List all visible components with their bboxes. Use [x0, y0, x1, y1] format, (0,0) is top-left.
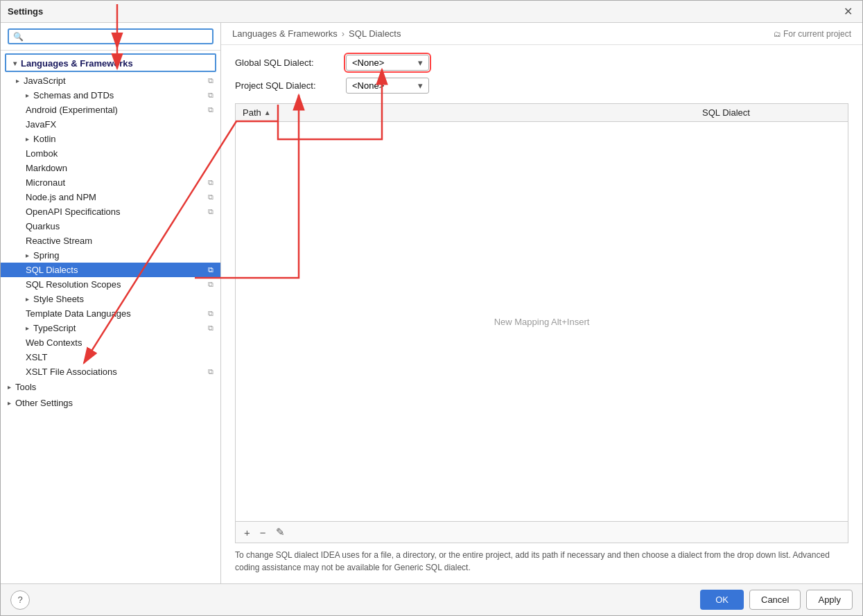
table-col-dialect: SQL Dialect — [702, 107, 841, 118]
sidebar-item-micronaut-label: Micronaut — [26, 177, 65, 188]
sidebar-item-sql-dialects-label: SQL Dialects — [26, 265, 78, 275]
tools-expand: ▸ — [8, 383, 11, 391]
global-sql-select[interactable]: <None> ▾ — [346, 55, 429, 71]
sidebar-section-header-label: Languages & Frameworks — [21, 58, 133, 69]
table-header: Path ▲ SQL Dialect — [236, 104, 848, 122]
help-button[interactable]: ? — [10, 590, 30, 610]
edit-mapping-button[interactable]: ✎ — [273, 525, 288, 539]
sidebar-item-web-contexts-label: Web Contexts — [26, 337, 82, 348]
sidebar-item-typescript-label: TypeScript — [33, 323, 76, 333]
info-text: To change SQL dialect IDEA uses for a fi… — [235, 543, 848, 574]
sidebar-item-openapi-label: OpenAPI Specifications — [26, 206, 121, 217]
table-col-path: Path ▲ — [243, 107, 702, 118]
project-sql-select[interactable]: <None> ▾ — [346, 78, 429, 94]
sidebar-item-sql-resolution[interactable]: SQL Resolution Scopes ⧉ — [1, 277, 220, 292]
copy-icon-nodejs: ⧉ — [208, 193, 213, 202]
for-project-label: For current project — [783, 29, 851, 39]
sidebar-item-micronaut[interactable]: Micronaut ⧉ — [1, 175, 220, 190]
ok-button[interactable]: OK — [700, 590, 744, 610]
for-project: 🗂 For current project — [774, 29, 851, 39]
project-sql-arrow: ▾ — [418, 80, 423, 91]
sidebar-item-javascript[interactable]: ▸ JavaScript ⧉ — [1, 73, 220, 88]
breadcrumb: Languages & Frameworks › SQL Dialects 🗂 … — [221, 23, 862, 45]
sidebar-item-kotlin-label: Kotlin — [33, 134, 56, 144]
copy-icon-typescript: ⧉ — [208, 324, 213, 333]
project-sql-value: <None> — [352, 80, 384, 91]
search-wrap: 🔍 — [8, 28, 213, 44]
main-content: Languages & Frameworks › SQL Dialects 🗂 … — [221, 23, 862, 583]
project-sql-label: Project SQL Dialect: — [235, 80, 339, 91]
kotlin-expand: ▸ — [26, 135, 29, 143]
sidebar-item-markdown[interactable]: Markdown — [1, 161, 220, 175]
copy-icon-sql-dialects: ⧉ — [208, 265, 213, 274]
copy-icon-schemas: ⧉ — [208, 91, 213, 100]
sidebar-item-android[interactable]: Android (Experimental) ⧉ — [1, 103, 220, 117]
settings-panel: Global SQL Dialect: <None> ▾ Project SQL… — [221, 45, 862, 583]
apply-button[interactable]: Apply — [806, 590, 853, 610]
sort-icon: ▲ — [264, 109, 271, 116]
sidebar-item-sql-dialects[interactable]: SQL Dialects ⧉ — [1, 263, 220, 277]
global-sql-row: Global SQL Dialect: <None> ▾ — [235, 55, 848, 71]
sidebar-item-javafx-label: JavaFX — [26, 119, 56, 130]
sidebar-item-schemas-dtds[interactable]: ▸ Schemas and DTDs ⧉ — [1, 88, 220, 103]
settings-dialog: Settings ✕ 🔍 ▾ Languages & Frameworks — [0, 0, 863, 616]
sidebar-item-android-label: Android (Experimental) — [26, 105, 118, 115]
global-sql-value: <None> — [352, 58, 384, 68]
other-settings-expand: ▸ — [8, 399, 11, 407]
copy-icon-js: ⧉ — [208, 76, 213, 85]
sidebar-item-tools[interactable]: ▸ Tools — [1, 379, 220, 395]
copy-icon-xslt-file: ⧉ — [208, 367, 213, 376]
sidebar-item-other-settings[interactable]: ▸ Other Settings — [1, 395, 220, 411]
copy-icon-sql-resolution: ⧉ — [208, 280, 213, 289]
global-sql-label: Global SQL Dialect: — [235, 58, 339, 68]
col-dialect-label: SQL Dialect — [702, 107, 750, 118]
dialog-title: Settings — [8, 6, 43, 17]
sidebar-item-reactive-stream[interactable]: Reactive Stream — [1, 234, 220, 248]
remove-mapping-button[interactable]: − — [257, 526, 269, 539]
sidebar-item-nodejs[interactable]: Node.js and NPM ⧉ — [1, 190, 220, 204]
sidebar-item-tools-label: Tools — [15, 382, 36, 392]
sidebar-item-quarkus[interactable]: Quarkus — [1, 219, 220, 234]
sidebar-item-xslt[interactable]: XSLT — [1, 350, 220, 364]
schemas-expand: ▸ — [26, 91, 29, 99]
sidebar-item-languages-frameworks[interactable]: ▾ Languages & Frameworks — [5, 53, 216, 72]
sidebar-item-other-settings-label: Other Settings — [15, 398, 73, 408]
sidebar-item-template-data[interactable]: Template Data Languages ⧉ — [1, 306, 220, 321]
breadcrumb-separator: › — [342, 28, 345, 39]
search-input[interactable] — [26, 31, 208, 42]
style-sheets-expand: ▸ — [26, 295, 29, 303]
sidebar-item-xslt-file[interactable]: XSLT File Associations ⧉ — [1, 364, 220, 379]
sidebar-item-template-data-label: Template Data Languages — [26, 308, 131, 319]
copy-icon-android: ⧉ — [208, 105, 213, 114]
search-box: 🔍 — [1, 23, 220, 51]
sidebar-item-javafx[interactable]: JavaFX — [1, 117, 220, 132]
sidebar-item-quarkus-label: Quarkus — [26, 221, 60, 231]
copy-icon-openapi: ⧉ — [208, 207, 213, 216]
project-sql-row: Project SQL Dialect: <None> ▾ — [235, 78, 848, 94]
sidebar-item-markdown-label: Markdown — [26, 163, 67, 173]
sidebar-item-nodejs-label: Node.js and NPM — [26, 192, 96, 202]
expand-arrow-lf: ▾ — [13, 60, 17, 67]
add-mapping-button[interactable]: + — [241, 526, 253, 539]
sidebar-item-spring[interactable]: ▸ Spring — [1, 248, 220, 263]
sidebar-item-js-label: JavaScript — [24, 76, 66, 86]
breadcrumb-part1: Languages & Frameworks — [232, 28, 338, 39]
close-button[interactable]: ✕ — [841, 5, 855, 18]
sidebar-item-kotlin[interactable]: ▸ Kotlin — [1, 132, 220, 146]
sidebar-item-style-sheets[interactable]: ▸ Style Sheets — [1, 292, 220, 306]
sidebar-item-lombok[interactable]: Lombok — [1, 146, 220, 161]
typescript-expand: ▸ — [26, 324, 29, 332]
table-empty-hint: New Mapping Alt+Insert — [494, 317, 590, 327]
global-sql-arrow: ▾ — [418, 58, 423, 68]
sidebar-item-typescript[interactable]: ▸ TypeScript ⧉ — [1, 321, 220, 335]
breadcrumb-current: SQL Dialects — [349, 28, 401, 39]
sidebar-item-openapi[interactable]: OpenAPI Specifications ⧉ — [1, 204, 220, 219]
col-path-label: Path — [243, 107, 261, 118]
sidebar-item-reactive-stream-label: Reactive Stream — [26, 236, 92, 246]
project-icon: 🗂 — [774, 30, 781, 38]
table-body: New Mapping Alt+Insert — [236, 122, 848, 521]
sidebar-item-sql-resolution-label: SQL Resolution Scopes — [26, 279, 121, 290]
sidebar-item-web-contexts[interactable]: Web Contexts — [1, 335, 220, 350]
sidebar-item-schemas-label: Schemas and DTDs — [33, 90, 114, 100]
cancel-button[interactable]: Cancel — [749, 590, 801, 610]
